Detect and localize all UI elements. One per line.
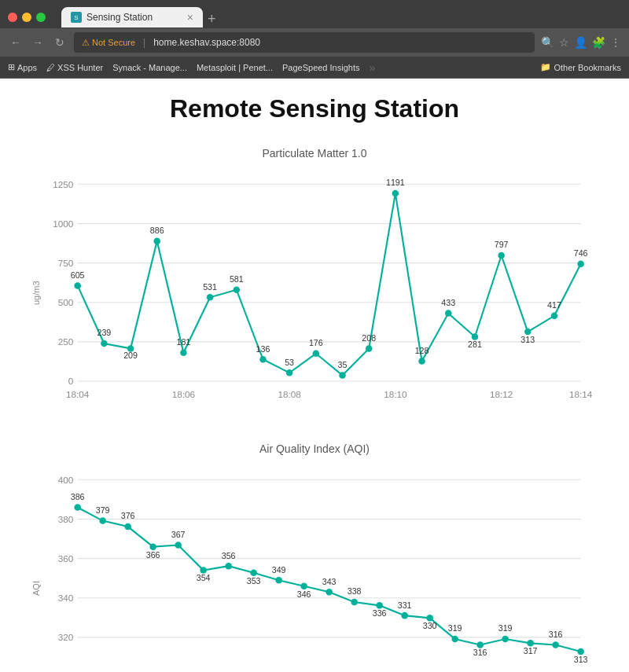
new-tab-button[interactable]: + xyxy=(208,11,216,28)
svg-text:349: 349 xyxy=(272,565,286,575)
svg-text:18:06: 18:06 xyxy=(172,389,195,399)
aqi-chart-title: Air Quality Index (AQI) xyxy=(31,442,598,455)
svg-text:386: 386 xyxy=(71,492,85,501)
extensions-icon[interactable]: 🧩 xyxy=(592,36,605,49)
title-bar: S Sensing Station × + xyxy=(0,0,629,28)
svg-text:340: 340 xyxy=(58,593,74,603)
aqi-chart-inner: 400 380 360 340 320 300 386 379 376 xyxy=(44,463,598,672)
active-tab[interactable]: S Sensing Station × xyxy=(61,7,203,28)
pm10-y-label: ug/m3 xyxy=(31,167,41,419)
other-bookmarks[interactable]: 📁 Other Bookmarks xyxy=(540,62,621,72)
pm10-dot-4 xyxy=(180,349,187,356)
traffic-lights xyxy=(8,13,46,22)
pm10-label-0: 605 xyxy=(71,270,85,280)
pm10-chart-inner: 1250 1000 750 500 250 0 605 xyxy=(44,167,598,419)
pm10-dot-19 xyxy=(577,260,584,267)
address-bar: ← → ↻ ⚠ Not Secure | home.keshav.space:8… xyxy=(0,28,629,57)
svg-text:336: 336 xyxy=(373,608,387,618)
tab-close-button[interactable]: × xyxy=(187,12,193,23)
page-title: Remote Sensing Station xyxy=(31,94,598,123)
svg-text:319: 319 xyxy=(498,623,513,633)
svg-text:353: 353 xyxy=(247,576,261,586)
svg-text:316: 316 xyxy=(549,630,563,639)
pm10-dot-18 xyxy=(551,313,558,320)
pm10-label-11: 208 xyxy=(362,333,376,343)
menu-icon[interactable]: ⋮ xyxy=(610,36,621,49)
bookmarks-more[interactable]: » xyxy=(369,61,375,74)
svg-text:360: 360 xyxy=(58,553,74,564)
pm10-label-10: 35 xyxy=(338,360,348,369)
pm10-label-19: 746 xyxy=(574,248,588,258)
refresh-button[interactable]: ↻ xyxy=(52,36,68,49)
profile-icon[interactable]: 👤 xyxy=(574,36,587,49)
tab-bar: S Sensing Station × + xyxy=(61,7,621,28)
back-button[interactable]: ← xyxy=(8,36,24,49)
bookmark-xss[interactable]: 🖊 XSS Hunter xyxy=(46,63,103,72)
aqi-dot-11 xyxy=(351,599,358,606)
pm10-dot-1 xyxy=(101,340,108,347)
svg-text:316: 316 xyxy=(473,648,487,657)
pm10-chart-title: Particulate Matter 1.0 xyxy=(31,147,598,160)
pm10-chart-wrapper: ug/m3 1250 1000 750 500 250 0 xyxy=(31,167,598,419)
svg-text:338: 338 xyxy=(348,586,362,596)
pm10-label-8: 53 xyxy=(285,358,294,367)
address-text: home.keshav.space:8080 xyxy=(153,37,260,48)
svg-text:18:10: 18:10 xyxy=(384,389,407,399)
pm10-dot-3 xyxy=(153,238,160,245)
aqi-dot-8 xyxy=(275,577,282,584)
svg-text:319: 319 xyxy=(448,623,462,633)
forward-button[interactable]: → xyxy=(30,36,46,49)
aqi-y-label: AQI xyxy=(31,463,41,672)
pm10-label-1: 239 xyxy=(97,328,111,337)
bookmark-synack[interactable]: Synack - Manage... xyxy=(112,63,187,72)
maximize-button[interactable] xyxy=(36,13,46,22)
address-input[interactable]: ⚠ Not Secure | home.keshav.space:8080 xyxy=(74,32,535,53)
svg-text:330: 330 xyxy=(423,621,437,630)
pm10-label-3: 886 xyxy=(150,226,164,235)
svg-text:750: 750 xyxy=(58,258,74,268)
bookmark-icon[interactable]: ☆ xyxy=(559,36,569,49)
aqi-dot-1 xyxy=(99,517,106,524)
svg-text:317: 317 xyxy=(524,646,538,655)
page-content: Remote Sensing Station Particulate Matte… xyxy=(0,79,629,672)
pm10-label-16: 797 xyxy=(495,240,509,249)
svg-text:356: 356 xyxy=(222,551,236,560)
address-separator: | xyxy=(143,37,145,48)
close-button[interactable] xyxy=(8,13,17,22)
pm10-dot-5 xyxy=(207,294,214,301)
aqi-dot-10 xyxy=(326,589,333,596)
minimize-button[interactable] xyxy=(22,13,31,22)
svg-text:379: 379 xyxy=(96,505,110,515)
pm10-label-18: 417 xyxy=(547,300,561,310)
pm10-label-2: 209 xyxy=(123,351,138,360)
pm10-svg: 1250 1000 750 500 250 0 605 xyxy=(44,167,598,419)
bookmark-pagespeed[interactable]: PageSpeed Insights xyxy=(282,63,359,72)
svg-text:400: 400 xyxy=(58,475,74,485)
bookmark-apps[interactable]: ⊞ Apps xyxy=(8,62,37,72)
pm10-dot-0 xyxy=(74,282,81,289)
pm10-chart-section: Particulate Matter 1.0 ug/m3 1250 1000 7… xyxy=(31,147,598,419)
svg-text:331: 331 xyxy=(398,600,412,610)
security-badge: ⚠ Not Secure xyxy=(82,38,135,48)
pm10-label-13: 128 xyxy=(415,346,429,355)
xss-icon: 🖊 xyxy=(46,63,55,72)
pm10-dot-11 xyxy=(366,345,373,352)
pm10-label-4: 181 xyxy=(176,337,190,347)
svg-text:320: 320 xyxy=(58,632,74,642)
svg-text:18:08: 18:08 xyxy=(278,389,301,399)
pm10-label-6: 581 xyxy=(230,274,244,284)
svg-text:250: 250 xyxy=(58,336,74,347)
pm10-dot-8 xyxy=(286,369,293,376)
svg-text:346: 346 xyxy=(297,589,311,599)
pm10-label-9: 176 xyxy=(309,338,323,347)
bookmark-metasploit[interactable]: Metasploit | Penet... xyxy=(197,63,273,72)
aqi-svg: 400 380 360 340 320 300 386 379 376 xyxy=(44,463,598,672)
svg-text:380: 380 xyxy=(58,514,74,524)
svg-text:18:12: 18:12 xyxy=(490,389,513,399)
pm10-label-7: 136 xyxy=(256,344,270,354)
aqi-dot-2 xyxy=(124,523,131,531)
svg-text:343: 343 xyxy=(322,577,337,586)
pm10-label-14: 433 xyxy=(441,298,455,307)
search-icon[interactable]: 🔍 xyxy=(541,36,554,49)
apps-grid-icon: ⊞ xyxy=(8,62,15,72)
